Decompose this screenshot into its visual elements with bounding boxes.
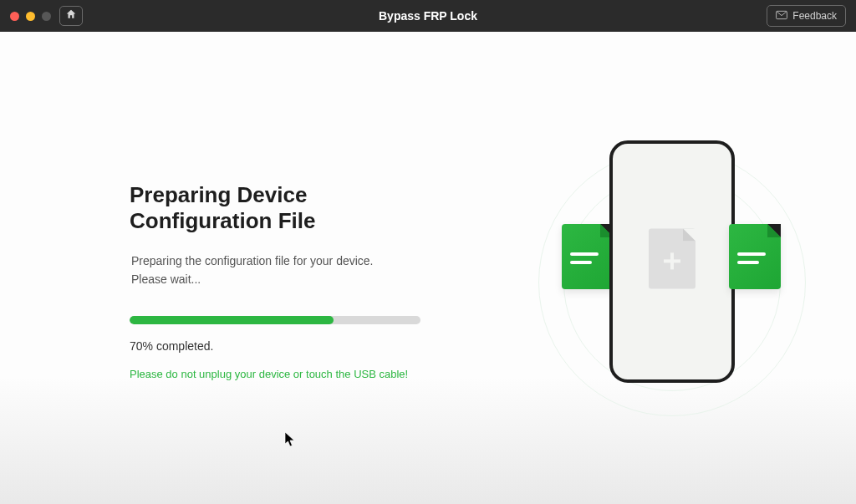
mail-icon	[776, 10, 787, 23]
progress-fill	[130, 316, 334, 324]
description-line-1: Preparing the configuration file for you…	[131, 252, 464, 271]
page-heading: Preparing Device Configuration File	[130, 182, 464, 234]
warning-text: Please do not unplug your device or touc…	[130, 368, 464, 380]
description-line-2: Please wait...	[131, 271, 464, 289]
file-placeholder-icon	[649, 228, 696, 288]
zoom-window-dot[interactable]	[42, 12, 51, 21]
plus-icon	[664, 252, 680, 269]
left-column: Preparing Device Configuration File Prep…	[130, 182, 464, 504]
close-window-dot[interactable]	[10, 12, 19, 21]
main-content: Preparing Device Configuration File Prep…	[0, 32, 856, 504]
file-card-right	[729, 224, 781, 289]
description: Preparing the configuration file for you…	[130, 252, 464, 288]
device-illustration	[547, 140, 797, 425]
heading-line-2: Configuration File	[130, 208, 464, 234]
home-button[interactable]	[59, 6, 83, 26]
progress-bar	[130, 316, 420, 324]
window-controls	[10, 12, 51, 21]
home-icon	[65, 8, 77, 23]
window-title: Bypass FRP Lock	[0, 9, 856, 23]
minimize-window-dot[interactable]	[26, 12, 35, 21]
feedback-label: Feedback	[792, 10, 837, 22]
titlebar: Bypass FRP Lock Feedback	[0, 0, 856, 32]
progress-label: 70% completed.	[130, 339, 464, 353]
phone-outline	[609, 140, 735, 383]
heading-line-1: Preparing Device	[130, 182, 464, 208]
feedback-button[interactable]: Feedback	[767, 5, 846, 27]
file-card-left	[562, 224, 614, 289]
